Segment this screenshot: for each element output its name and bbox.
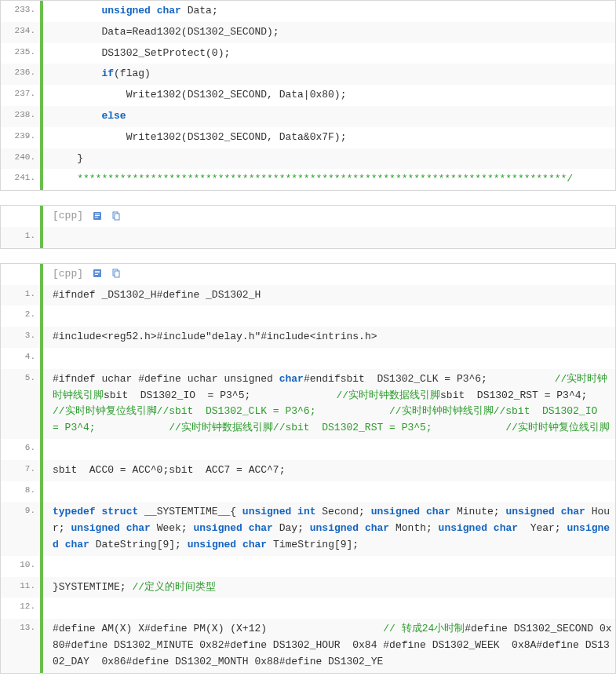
svg-rect-3	[95, 217, 98, 218]
block-header-row: [cpp]	[1, 206, 615, 227]
code-content[interactable]	[43, 439, 615, 460]
code-row: 12.	[1, 598, 615, 619]
code-block: [cpp] 1.#ifndef _DS1302_H#define _DS1302…	[0, 263, 616, 674]
view-plain-icon[interactable]	[93, 211, 102, 221]
code-row: 234. Data=Read1302(DS1302_SECOND);	[1, 22, 615, 43]
copy-icon[interactable]	[111, 211, 121, 221]
copy-icon[interactable]	[111, 269, 121, 278]
code-row: 1.#ifndef _DS1302_H#define _DS1302_H	[1, 285, 615, 306]
code-row: 235. DS1302_SetProtect(0);	[1, 43, 615, 64]
line-number: 8.	[1, 481, 43, 503]
code-content[interactable]: #define AM(X) X#define PM(X) (X+12) // 转…	[43, 619, 615, 672]
line-number: 10.	[1, 556, 43, 577]
line-number: 233.	[1, 1, 43, 22]
code-row: 11.}SYSTEMTIME; //定义的时间类型	[1, 577, 615, 598]
line-number: 9.	[1, 502, 43, 555]
code-content[interactable]	[43, 348, 615, 369]
code-row: 6.	[1, 439, 615, 460]
code-content[interactable]: Write1302(DS1302_SECOND, Data|0x80);	[43, 85, 615, 106]
line-number: 4.	[1, 348, 43, 369]
view-plain-icon[interactable]	[93, 269, 102, 278]
code-row: 8.	[1, 481, 615, 503]
code-row: 5.#ifndef uchar #define uchar unsigned c…	[1, 369, 615, 439]
line-number	[1, 264, 43, 285]
line-number: 2.	[1, 305, 43, 327]
svg-rect-2	[95, 215, 100, 216]
code-row: 241. ***********************************…	[1, 169, 615, 190]
code-row: 10.	[1, 556, 615, 577]
svg-rect-9	[95, 274, 98, 275]
code-content[interactable]	[43, 556, 615, 577]
line-number: 7.	[1, 460, 43, 481]
code-content[interactable]: #include<reg52.h>#include"delay.h"#inclu…	[43, 327, 615, 348]
code-content[interactable]: }SYSTEMTIME; //定义的时间类型	[43, 577, 615, 598]
block-header: [cpp]	[43, 264, 615, 285]
code-content[interactable]: typedef struct __SYSTEMTIME__{ unsigned …	[43, 502, 615, 555]
code-content[interactable]: Write1302(DS1302_SECOND, Data&0x7F);	[43, 127, 615, 148]
line-number: 234.	[1, 22, 43, 43]
svg-rect-7	[95, 271, 100, 272]
block-header-row: [cpp]	[1, 264, 615, 285]
code-row: 7.sbit ACC0 = ACC^0;sbit ACC7 = ACC^7;	[1, 460, 615, 481]
code-row: 237. Write1302(DS1302_SECOND, Data|0x80)…	[1, 85, 615, 106]
code-content[interactable]: #ifndef uchar #define uchar unsigned cha…	[43, 369, 615, 439]
code-content[interactable]	[43, 481, 615, 503]
line-number: 236.	[1, 64, 43, 85]
line-number: 241.	[1, 169, 43, 190]
code-row: 1.	[1, 227, 615, 248]
code-content[interactable]: DS1302_SetProtect(0);	[43, 43, 615, 64]
code-row: 238. else	[1, 106, 615, 127]
code-block: 233. unsigned char Data; 234. Data=Read1…	[0, 0, 616, 191]
line-number: 240.	[1, 148, 43, 170]
svg-rect-8	[95, 272, 100, 273]
code-content[interactable]: if(flag)	[43, 64, 615, 85]
block-header: [cpp]	[43, 206, 615, 227]
line-number: 11.	[1, 577, 43, 598]
code-content[interactable]	[43, 227, 615, 248]
line-number: 238.	[1, 106, 43, 127]
line-number: 235.	[1, 43, 43, 64]
block-header-label: [cpp]	[53, 210, 83, 221]
line-number: 5.	[1, 369, 43, 439]
code-content[interactable]: unsigned char Data;	[43, 1, 615, 22]
line-number: 6.	[1, 439, 43, 460]
code-row: 239. Write1302(DS1302_SECOND, Data&0x7F)…	[1, 127, 615, 148]
code-row: 233. unsigned char Data;	[1, 1, 615, 22]
code-row: 9.typedef struct __SYSTEMTIME__{ unsigne…	[1, 502, 615, 555]
code-content[interactable]	[43, 305, 615, 327]
line-number	[1, 206, 43, 227]
svg-rect-5	[115, 214, 119, 220]
code-row: 3.#include<reg52.h>#include"delay.h"#inc…	[1, 327, 615, 348]
code-content[interactable]: }	[43, 148, 615, 170]
svg-rect-1	[95, 214, 100, 214]
line-number: 12.	[1, 598, 43, 619]
code-content[interactable]: #ifndef _DS1302_H#define _DS1302_H	[43, 285, 615, 306]
code-content[interactable]: else	[43, 106, 615, 127]
code-content[interactable]	[43, 598, 615, 619]
code-content[interactable]: sbit ACC0 = ACC^0;sbit ACC7 = ACC^7;	[43, 460, 615, 481]
line-number: 1.	[1, 227, 43, 248]
line-number: 3.	[1, 327, 43, 348]
line-number: 237.	[1, 85, 43, 106]
line-number: 1.	[1, 285, 43, 306]
code-row: 13.#define AM(X) X#define PM(X) (X+12) /…	[1, 619, 615, 672]
code-content[interactable]: ****************************************…	[43, 169, 615, 190]
svg-rect-11	[115, 271, 119, 277]
code-block: [cpp] 1.	[0, 205, 616, 249]
code-row: 236. if(flag)	[1, 64, 615, 85]
code-row: 4.	[1, 348, 615, 369]
block-header-label: [cpp]	[53, 268, 83, 280]
line-number: 239.	[1, 127, 43, 148]
code-row: 2.	[1, 305, 615, 327]
line-number: 13.	[1, 619, 43, 672]
code-content[interactable]: Data=Read1302(DS1302_SECOND);	[43, 22, 615, 43]
code-row: 240. }	[1, 148, 615, 170]
